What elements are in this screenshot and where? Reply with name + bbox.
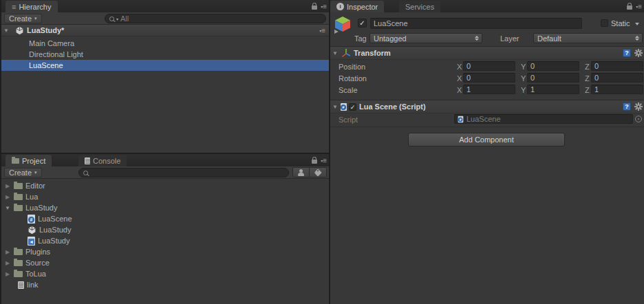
tree-item-tolua[interactable]: ▶ ToLua (1, 268, 329, 279)
foldout-open-icon[interactable]: ▼ (3, 28, 10, 34)
tab-inspector[interactable]: i Inspector (330, 1, 384, 12)
project-panel: Project Console ▾≡ Create ▾ (1, 154, 329, 304)
foldout-closed-icon[interactable]: ▶ (4, 260, 11, 266)
scene-menu-icon[interactable]: ▾≡ (319, 27, 325, 34)
layer-dropdown[interactable]: Default (533, 33, 643, 43)
scale-z-input[interactable]: 1 (591, 85, 643, 94)
rotation-x-input[interactable]: 0 (463, 73, 515, 83)
gameobject-cube-icon (334, 16, 352, 34)
foldout-open-icon[interactable]: ▼ (332, 104, 339, 110)
tab-console[interactable]: Console (78, 155, 127, 166)
hierarchy-search-input[interactable]: ▾ All (105, 14, 326, 23)
hierarchy-search-text: All (120, 14, 129, 23)
panel-menu-icon[interactable]: ▾≡ (636, 3, 641, 10)
scene-name: LuaStudy* (27, 26, 64, 34)
component-enabled-checkbox[interactable]: ✓ (349, 103, 356, 111)
help-icon[interactable]: ? (623, 102, 631, 111)
hierarchy-toolbar: Create ▾ ▾ All (1, 12, 329, 25)
scale-label: Scale (339, 86, 358, 94)
active-checkbox[interactable]: ✓ (358, 19, 367, 28)
position-z-input[interactable]: 0 (591, 61, 643, 71)
position-y-input[interactable]: 0 (527, 61, 579, 71)
gear-icon[interactable] (634, 102, 643, 111)
text-doc-icon (18, 281, 24, 289)
folder-icon (14, 271, 23, 277)
tab-services[interactable]: Services (399, 1, 440, 12)
foldout-closed-icon[interactable]: ▶ (4, 249, 11, 255)
inspector-panel: i Inspector Services ▾≡ ✓ LuaScene Stati… (330, 0, 644, 304)
csharp-script-icon (458, 116, 464, 122)
tab-project-label: Project (22, 157, 45, 165)
transform-header[interactable]: ▼ Transform ? (330, 46, 644, 60)
layer-value: Default (537, 34, 561, 43)
tree-item-link[interactable]: link (1, 279, 329, 290)
lock-icon[interactable] (312, 160, 317, 164)
tab-hierarchy[interactable]: ≡ Hierarchy (6, 1, 58, 12)
lock-icon[interactable] (312, 6, 317, 10)
scale-x-input[interactable]: 1 (463, 85, 515, 94)
tree-item-plugins[interactable]: ▶ Plugins (1, 246, 329, 257)
folder-icon (14, 260, 23, 266)
unity-scene-icon (15, 26, 24, 35)
gameobject-name-input[interactable]: LuaScene (370, 18, 582, 29)
script-field-row: Script LuaScene (330, 114, 644, 127)
csharp-script-icon (28, 215, 35, 224)
tree-item-luastudy-folder[interactable]: ▼ LuaStudy (1, 202, 329, 213)
axis-y-label: Y (521, 63, 526, 71)
static-dropdown-icon[interactable] (635, 23, 639, 25)
gear-icon[interactable] (634, 49, 643, 57)
tab-inspector-label: Inspector (347, 3, 378, 11)
item-label: Source (25, 259, 50, 267)
foldout-open-icon[interactable]: ▼ (332, 50, 339, 56)
item-label: LuaStudy (38, 237, 69, 245)
tree-item-editor[interactable]: ▶ Editor (1, 180, 329, 191)
add-component-button[interactable]: Add Component (408, 133, 565, 146)
tree-item-luastudy-scene[interactable]: LuaStudy (1, 224, 329, 235)
tree-item-source[interactable]: ▶ Source (1, 257, 329, 268)
panel-menu-icon[interactable]: ▾≡ (321, 157, 326, 164)
static-checkbox[interactable] (601, 19, 608, 27)
hierarchy-item-luascene[interactable]: LuaScene (1, 60, 329, 71)
search-icon (109, 17, 114, 21)
tree-item-lua[interactable]: ▶ Lua (1, 191, 329, 202)
rotation-z-input[interactable]: 0 (591, 73, 643, 83)
script-object-field[interactable]: LuaScene (454, 114, 633, 124)
script-label: Script (339, 116, 358, 124)
foldout-open-icon[interactable]: ▼ (4, 205, 11, 211)
tab-project[interactable]: Project (6, 155, 52, 166)
csharp-script-icon (341, 103, 347, 111)
foldout-closed-icon[interactable]: ▶ (4, 271, 11, 277)
object-picker-icon[interactable] (635, 116, 642, 122)
lua-scene-script-header[interactable]: ▼ ✓ Lua Scene (Script) ? (330, 100, 644, 113)
hierarchy-item-main-camera[interactable]: Main Camera (1, 38, 329, 49)
hierarchy-create-button[interactable]: Create ▾ (4, 14, 42, 23)
layer-label: Layer (500, 34, 519, 43)
foldout-closed-icon[interactable]: ▶ (4, 194, 11, 200)
hierarchy-item-directional-light[interactable]: Directional Light (1, 49, 329, 60)
axis-x-label: X (457, 86, 462, 94)
panel-menu-icon[interactable]: ▾≡ (321, 3, 326, 10)
rotation-label: Rotation (339, 74, 367, 83)
lock-icon[interactable] (627, 6, 632, 10)
foldout-closed-icon[interactable]: ▶ (4, 183, 11, 189)
project-tree: ▶ Editor ▶ Lua ▼ LuaStudy LuaScene (1, 180, 329, 290)
tree-item-luastudy-solution[interactable]: LuaStudy (1, 235, 329, 246)
component-divider (330, 127, 644, 127)
search-by-label-button[interactable] (310, 167, 327, 177)
axis-y-label: Y (521, 86, 526, 94)
scene-header-row[interactable]: ▼ LuaStudy* ▾≡ (1, 25, 329, 36)
item-label: LuaScene (29, 61, 63, 69)
search-by-type-button[interactable] (292, 167, 310, 177)
project-create-button[interactable]: Create ▾ (4, 168, 42, 177)
help-icon[interactable]: ? (623, 49, 631, 57)
tab-console-label: Console (93, 157, 120, 165)
tag-dropdown[interactable]: Untagged (369, 33, 482, 43)
rotation-y-input[interactable]: 0 (527, 73, 579, 83)
project-search-input[interactable] (78, 168, 289, 177)
position-x-input[interactable]: 0 (463, 61, 515, 71)
tree-item-luascene-script[interactable]: LuaScene (1, 213, 329, 224)
item-label: link (27, 281, 39, 289)
axis-x-label: X (457, 74, 462, 83)
gameobject-header: ✓ LuaScene Static Tag Untagged Layer Def… (330, 12, 644, 45)
scale-y-input[interactable]: 1 (527, 85, 579, 94)
